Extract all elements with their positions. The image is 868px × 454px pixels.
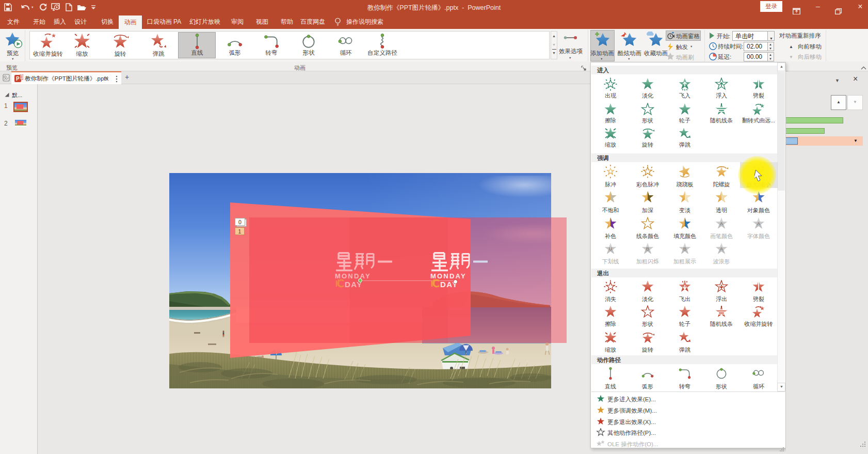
- svg-text:A: A: [720, 221, 724, 226]
- svg-text:P: P: [16, 76, 20, 82]
- svg-text:B: B: [646, 246, 650, 252]
- svg-text:A: A: [720, 246, 724, 252]
- svg-text:A: A: [757, 221, 761, 226]
- svg-text:B: B: [683, 246, 687, 252]
- svg-text:U: U: [609, 246, 613, 252]
